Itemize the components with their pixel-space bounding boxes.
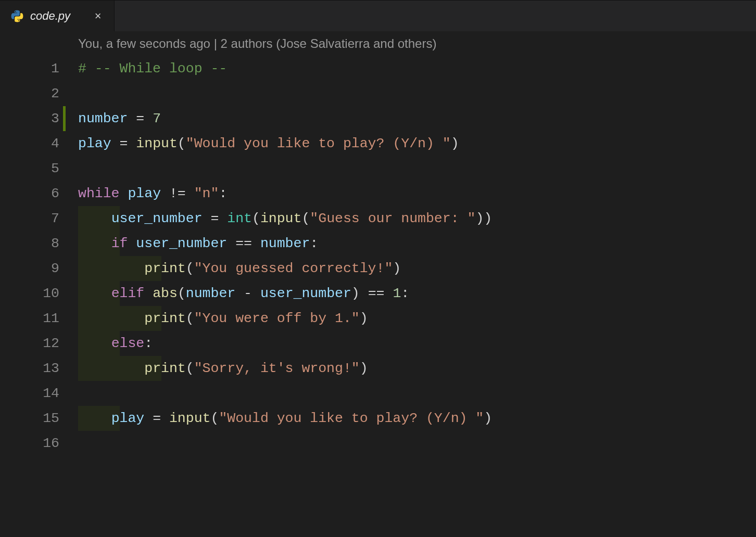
code-token: user_number — [111, 211, 203, 226]
line-number: 12 — [0, 331, 59, 356]
code-token: user_number — [136, 236, 227, 251]
code-token: "Would you like to play? (Y/n) " — [219, 411, 484, 426]
code-token: ( — [178, 136, 186, 151]
tab-filename: code.py — [30, 9, 70, 23]
code-token: "Would you like to play? (Y/n) " — [186, 136, 451, 151]
code-line[interactable] — [78, 431, 756, 456]
tab-code-py[interactable]: code.py × — [0, 1, 115, 31]
code-token — [78, 361, 144, 376]
code-token: input — [136, 136, 178, 151]
code-token: "Guess our number: " — [310, 211, 475, 226]
code-token: ( — [210, 411, 219, 426]
code-token: print — [144, 361, 186, 376]
code-line[interactable] — [78, 381, 756, 406]
code-token: ( — [186, 361, 194, 376]
close-icon[interactable]: × — [92, 10, 104, 22]
code-token: ( — [186, 261, 194, 276]
code-token: ( — [178, 286, 186, 301]
line-number: 5 — [0, 156, 59, 181]
code-line[interactable]: if user_number == number: — [78, 231, 756, 256]
code-token: number — [186, 286, 235, 301]
modified-line-marker — [63, 106, 66, 131]
code-token: = — [144, 411, 169, 426]
line-number: 1 — [0, 56, 59, 81]
line-number: 6 — [0, 181, 59, 206]
code-token: ) — [360, 311, 368, 326]
codelens-author-info[interactable]: You, a few seconds ago | 2 authors (Jose… — [78, 31, 756, 56]
line-number: 16 — [0, 431, 59, 456]
code-line[interactable]: else: — [78, 331, 756, 356]
code-token: ( — [252, 211, 260, 226]
code-line[interactable]: elif abs(number - user_number) == 1: — [78, 281, 756, 306]
code-token: while — [78, 186, 120, 201]
code-token — [78, 411, 111, 426]
line-number-gutter: 12345678910111213141516 — [0, 31, 78, 537]
code-token — [128, 236, 136, 251]
line-number: 14 — [0, 381, 59, 406]
code-token — [78, 336, 111, 351]
code-line[interactable]: play = input("Would you like to play? (Y… — [78, 131, 756, 156]
line-number: 8 — [0, 231, 59, 256]
code-line[interactable]: play = input("Would you like to play? (Y… — [78, 406, 756, 431]
codelens-text: You, a few seconds ago | 2 authors (Jose… — [78, 31, 436, 56]
line-number: 11 — [0, 306, 59, 331]
line-number: 2 — [0, 81, 59, 106]
code-token: play — [111, 411, 145, 426]
line-number: 15 — [0, 406, 59, 431]
code-token: number — [260, 236, 310, 251]
code-token — [78, 286, 111, 301]
code-token: ) — [393, 261, 401, 276]
code-line[interactable]: print("You were off by 1.") — [78, 306, 756, 331]
code-token — [120, 186, 128, 201]
code-token: ) == — [351, 286, 393, 301]
code-token: "You guessed correctly!" — [194, 261, 393, 276]
code-token: 7 — [153, 111, 161, 126]
code-line[interactable]: print("You guessed correctly!") — [78, 256, 756, 281]
line-number: 4 — [0, 131, 59, 156]
code-token: = — [111, 136, 136, 151]
code-token: else — [111, 336, 145, 351]
code-token: = — [128, 111, 153, 126]
code-token: : — [401, 286, 409, 301]
code-line[interactable]: number = 7 — [78, 106, 756, 131]
code-token — [144, 286, 153, 301]
code-token: )) — [475, 211, 492, 226]
code-token: : — [310, 236, 318, 251]
code-line[interactable] — [78, 156, 756, 181]
code-line[interactable]: # -- While loop -- — [78, 56, 756, 81]
python-icon — [10, 9, 24, 23]
code-token: 1 — [393, 286, 401, 301]
code-token: print — [144, 311, 186, 326]
code-token: int — [227, 211, 252, 226]
code-token: if — [111, 236, 128, 251]
code-token: : — [144, 336, 153, 351]
code-token: # -- While loop -- — [78, 61, 227, 76]
code-token: != — [161, 186, 194, 201]
line-number: 9 — [0, 256, 59, 281]
code-area[interactable]: You, a few seconds ago | 2 authors (Jose… — [78, 31, 756, 537]
code-line[interactable]: print("Sorry, it's wrong!") — [78, 356, 756, 381]
code-token: "You were off by 1." — [194, 311, 360, 326]
code-line[interactable]: user_number = int(input("Guess our numbe… — [78, 206, 756, 231]
code-token: user_number — [260, 286, 351, 301]
code-line[interactable]: while play != "n": — [78, 181, 756, 206]
code-token: ) — [484, 411, 492, 426]
code-line[interactable] — [78, 81, 756, 106]
line-number: 10 — [0, 281, 59, 306]
code-token: "n" — [194, 186, 219, 201]
code-token — [78, 261, 144, 276]
code-editor[interactable]: 12345678910111213141516 You, a few secon… — [0, 31, 756, 537]
line-number: 7 — [0, 206, 59, 231]
line-number: 3 — [0, 106, 59, 131]
code-token — [78, 236, 111, 251]
code-token: number — [78, 111, 128, 126]
code-token: elif — [111, 286, 145, 301]
code-token: play — [78, 136, 111, 151]
code-token: abs — [153, 286, 178, 301]
code-token: print — [144, 261, 186, 276]
code-token — [78, 311, 144, 326]
code-token: ) — [360, 361, 368, 376]
tab-bar: code.py × — [0, 0, 756, 31]
code-token: == — [227, 236, 260, 251]
code-token: play — [128, 186, 161, 201]
